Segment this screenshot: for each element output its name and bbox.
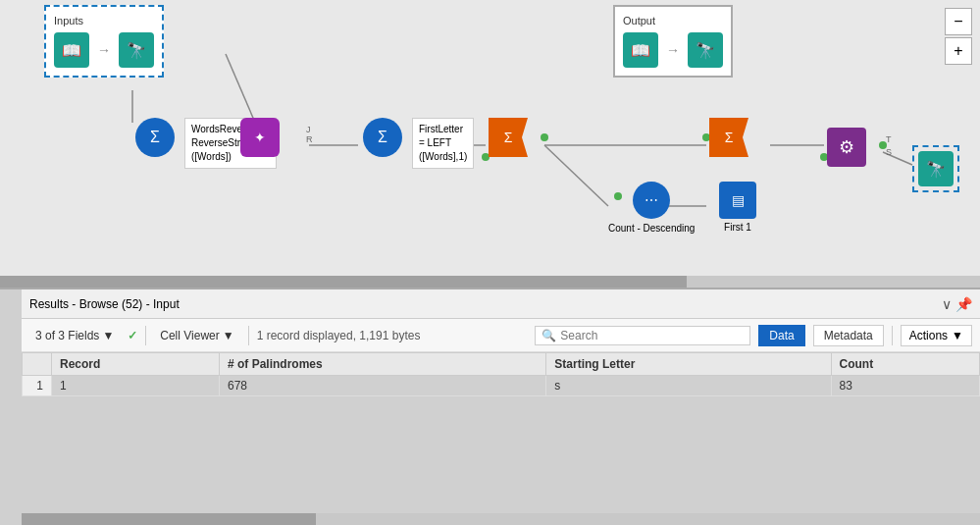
output-reader-icon[interactable]: 📖 xyxy=(623,32,658,68)
sort-label: Count - Descending xyxy=(608,222,695,235)
data-tab-button[interactable]: Data xyxy=(758,325,804,346)
actions-label: Actions xyxy=(909,329,948,342)
actions-button[interactable]: Actions ▼ xyxy=(901,325,972,346)
cell-count: 83 xyxy=(831,376,979,396)
actions-dropdown-icon: ▼ xyxy=(952,329,963,342)
canvas-hscroll-thumb[interactable] xyxy=(0,276,687,288)
output-group: Output 📖 → 🔭 xyxy=(613,5,733,78)
row-num-cell: 1 xyxy=(23,376,52,396)
table-body: 1 1 678 s 83 xyxy=(23,376,980,396)
sep2 xyxy=(248,326,249,345)
svg-text:R: R xyxy=(306,134,313,144)
sep3 xyxy=(892,326,893,345)
input-browse-icon[interactable]: 🔭 xyxy=(119,32,154,68)
toolbar: 3 of 3 Fields ▼ ✓ Cell Viewer ▼ 1 record… xyxy=(22,319,980,352)
gear-node[interactable]: ⚙ xyxy=(827,128,866,167)
svg-line-9 xyxy=(883,152,912,165)
formula1-node[interactable]: Σ WordsReversed = ReverseString ([Words]… xyxy=(135,118,175,157)
results-title: Results - Browse (52) - Input xyxy=(29,297,180,311)
inputs-group: Inputs 📖 → 🔭 xyxy=(44,5,164,78)
connector-arrow: → xyxy=(97,42,111,58)
zoom-controls: − + xyxy=(945,8,972,65)
svg-text:J: J xyxy=(306,125,311,134)
inputs-label: Inputs xyxy=(54,15,154,26)
pin-icon[interactable]: 📌 xyxy=(955,296,972,312)
col-palindromes[interactable]: # of Palindromes xyxy=(220,353,546,376)
data-table: Record # of Palindromes Starting Letter … xyxy=(22,352,980,396)
check-icon: ✓ xyxy=(128,329,137,342)
cell-viewer-label: Cell Viewer xyxy=(160,329,219,342)
canvas-hscroll[interactable] xyxy=(0,276,980,288)
collapse-icon[interactable]: ∨ xyxy=(942,296,952,312)
results-main: Results - Browse (52) - Input ∨ 📌 3 of 3… xyxy=(22,289,980,525)
results-panel: ≡ ○ Results - Browse (52) - Input ∨ 📌 3 … xyxy=(0,289,980,525)
input-reader-icon[interactable]: 📖 xyxy=(54,32,89,68)
formula2-node[interactable]: Σ FirstLetter = LEFT([Words],1) xyxy=(363,118,402,157)
svg-point-21 xyxy=(879,141,887,149)
summarize2-node[interactable]: Σ xyxy=(709,118,748,157)
bottom-scrollbar-thumb[interactable] xyxy=(22,513,316,525)
cell-palindromes: 678 xyxy=(220,376,546,396)
canvas-area: L J R R T S Inputs 📖 → 🔭 Output 📖 → 🔭 xyxy=(0,0,980,289)
results-header: Results - Browse (52) - Input ∨ 📌 xyxy=(22,289,980,319)
col-starting-letter[interactable]: Starting Letter xyxy=(546,353,831,376)
svg-text:T: T xyxy=(886,134,892,144)
summarize1-node[interactable]: Σ xyxy=(489,118,528,157)
browse-output-node[interactable]: 🔭 xyxy=(912,145,959,192)
svg-text:S: S xyxy=(886,147,892,157)
first1-label: First 1 xyxy=(724,222,751,233)
metadata-tab-button[interactable]: Metadata xyxy=(813,325,884,346)
zoom-plus-button[interactable]: + xyxy=(945,37,972,65)
output-browse-icon[interactable]: 🔭 xyxy=(688,32,723,68)
formula2-label: FirstLetter = LEFT([Words],1) xyxy=(412,118,474,169)
bottom-scrollbar[interactable] xyxy=(22,513,980,525)
zoom-minus-button[interactable]: − xyxy=(945,8,972,35)
svg-point-17 xyxy=(541,133,548,141)
cell-viewer-button[interactable]: Cell Viewer ▼ xyxy=(154,327,239,344)
sort-node[interactable]: ⋯ Count - Descending xyxy=(608,182,695,235)
col-record[interactable]: Record xyxy=(52,353,220,376)
cell-starting-letter: s xyxy=(546,376,831,396)
fields-label: 3 of 3 Fields xyxy=(35,329,99,342)
search-input[interactable] xyxy=(560,329,737,342)
first1-node[interactable]: ▤ First 1 xyxy=(719,182,756,233)
output-label: Output xyxy=(623,15,723,26)
col-count[interactable]: Count xyxy=(831,353,979,376)
search-icon: 🔍 xyxy=(542,329,556,342)
fields-button[interactable]: 3 of 3 Fields ▼ xyxy=(29,327,120,344)
table-header-row: Record # of Palindromes Starting Letter … xyxy=(23,353,980,376)
output-connector: → xyxy=(666,42,680,58)
search-box[interactable]: 🔍 xyxy=(535,326,750,345)
sep1 xyxy=(145,326,146,345)
record-info: 1 record displayed, 1,191 bytes xyxy=(257,329,421,342)
table-container[interactable]: Record # of Palindromes Starting Letter … xyxy=(22,352,980,513)
col-rownum xyxy=(23,353,52,376)
fields-dropdown-icon: ▼ xyxy=(102,329,114,342)
cell-record: 1 xyxy=(52,376,220,396)
table-row: 1 1 678 s 83 xyxy=(23,376,980,396)
svg-line-5 xyxy=(544,145,608,206)
cell-viewer-dropdown-icon: ▼ xyxy=(223,329,234,342)
join-node[interactable]: ✦ xyxy=(240,118,280,157)
